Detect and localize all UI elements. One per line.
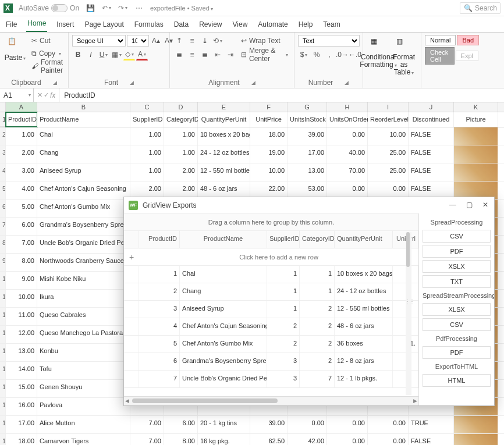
col-header-E[interactable]: E [198,102,250,112]
dialog-launcher-icon[interactable]: ◢ [130,80,134,86]
dialog-cell[interactable]: Chai [180,266,267,283]
dialog-cell[interactable]: 6 [139,353,180,370]
cell[interactable]: 24 - 12 oz bottles [198,145,250,163]
tab-view[interactable]: View [232,17,249,32]
dialog-launcher-icon[interactable]: ◢ [53,80,57,86]
cell[interactable]: 13.00 [6,344,37,361]
bold-button[interactable]: B [72,49,84,60]
paste-button[interactable]: 📋 Paste [3,35,27,64]
cell[interactable]: 10.00 [250,163,288,181]
dialog-row[interactable]: 3Aniseed Syrup1212 - 550 ml bottles [124,301,418,318]
tab-automate[interactable]: Automate [257,17,289,32]
confirm-formula-icon[interactable]: ✓ [44,91,49,99]
dialog-row[interactable]: 2Chang1124 - 12 oz bottles [124,283,418,301]
cell[interactable]: 0.00 [327,416,368,433]
autosave-toggle[interactable]: AutoSave On [19,4,79,12]
picture-cell[interactable] [454,416,498,433]
cell[interactable]: 1.00 [6,127,37,145]
cell[interactable]: Aniseed Syrup [37,163,130,181]
export-option-pdf[interactable]: PDF [423,245,491,258]
dialog-column-headers[interactable]: ProductIDProductNameSupplierIDCategoryID… [124,231,418,248]
cell[interactable]: 1.00 [164,145,198,163]
cell[interactable]: FALSE [409,145,454,163]
cell[interactable]: 16.00 [6,398,37,415]
redo-icon[interactable]: ↷ [118,3,128,13]
fx-icon[interactable]: fx [50,91,55,99]
dialog-cell[interactable] [124,318,139,335]
qat-customize-icon[interactable]: ⋯ [134,3,144,13]
cell[interactable]: 6.00 [6,218,37,235]
fill-color-button[interactable]: ◇ [123,49,135,60]
table-row[interactable]: 1918.00Carnarvon Tigers7.008.0016 kg pkg… [0,434,504,445]
tab-data[interactable]: Data [173,17,190,32]
cell[interactable]: 4.00 [6,181,37,199]
row-header[interactable]: 11 [0,290,6,307]
cell[interactable]: 39.00 [288,127,327,145]
cell[interactable]: 1.00 [130,127,164,145]
cell[interactable]: 20 - 1 kg tins [198,416,250,433]
dialog-row[interactable]: 6Grandma's Boysenberry Spread3212 - 8 oz… [124,353,418,371]
row-header[interactable]: 7 [0,218,6,235]
row-header[interactable]: 17 [0,398,6,415]
font-name-select[interactable]: Segoe UI [72,35,126,47]
dialog-cell[interactable]: Chang [180,283,267,300]
dialog-cell[interactable] [124,283,139,300]
cell[interactable]: 19.00 [250,145,288,163]
cell[interactable]: 12.00 [6,326,37,343]
group-drop-area[interactable]: Drag a column here to group by this colu… [124,213,418,231]
cell[interactable]: 62.50 [250,434,288,445]
cell[interactable]: 42.00 [288,434,327,445]
export-option-xlsx[interactable]: XLSX [423,303,491,316]
align-center-icon[interactable]: ≡ [186,49,198,60]
cell[interactable]: 39.00 [250,416,288,433]
style-check-cell[interactable]: Check Cell [425,47,455,65]
font-color-button[interactable]: A [136,49,148,60]
row-header[interactable]: 5 [0,181,6,199]
cell[interactable]: 10 boxes x 20 bags [198,127,250,145]
dialog-launcher-icon[interactable]: ◢ [251,80,255,86]
indent-decrease-icon[interactable]: ⇤ [212,49,223,60]
dialog-cell[interactable]: Aniseed Syrup [180,301,267,318]
dialog-cell[interactable]: 7 [300,371,335,387]
dialog-cell[interactable]: 1 [300,283,335,300]
field-header[interactable]: CategoryID [164,112,198,127]
cell[interactable]: Chang [37,145,130,163]
table-row[interactable]: 1817.00Alice Mutton7.006.0020 - 1 kg tin… [0,416,504,434]
cell[interactable]: 0.00 [368,434,409,445]
dialog-h-scrollbar[interactable]: ◀ ▶ [124,396,418,405]
cell[interactable]: Chef Anton's Gumbo Mix [37,200,130,217]
dialog-cell[interactable]: 3 [139,301,180,318]
scroll-left-icon[interactable]: ◀ [125,398,129,404]
cell[interactable]: 11.00 [6,308,37,325]
cell[interactable]: 40.00 [327,145,368,163]
dialog-cell[interactable]: 1 [267,301,300,318]
row-header[interactable]: 12 [0,308,6,325]
cell[interactable]: 6.00 [164,416,198,433]
scroll-thumb[interactable] [406,232,410,267]
cell[interactable]: 10.00 [368,127,409,145]
field-header[interactable]: QuantityPerUnit [198,112,250,127]
style-bad[interactable]: Bad [457,35,479,45]
dialog-cell[interactable] [124,336,139,353]
cell[interactable]: Ikura [37,290,130,307]
col-header-D[interactable]: D [164,102,198,112]
increase-font-icon[interactable]: A▴ [150,35,162,47]
row-header[interactable]: 16 [0,380,6,397]
name-box[interactable]: A1▾ [0,88,34,102]
accounting-format-icon[interactable]: $ [298,49,310,60]
dialog-cell[interactable]: Uncle Bob's Organic Dried Pears [180,371,267,387]
cell[interactable]: 8.00 [6,254,37,271]
align-bottom-icon[interactable]: ⤓ [199,35,211,47]
cell[interactable]: 17.00 [6,416,37,433]
row-header[interactable]: 18 [0,416,6,433]
dialog-cell[interactable]: 1 [139,266,180,283]
row-header[interactable]: 10 [0,272,6,289]
cell[interactable]: 70.00 [327,163,368,181]
dialog-cell[interactable]: 2 [267,336,300,353]
dialog-row[interactable]: 5Chef Anton's Gumbo Mix2236 boxes21. [124,336,418,353]
dialog-row[interactable]: 1Chai1110 boxes x 20 bags [124,266,418,283]
table-row[interactable]: 32.00Chang1.001.0024 - 12 oz bottles19.0… [0,145,504,163]
number-format-select[interactable]: Text [298,35,360,47]
dialog-cell[interactable]: 1 [267,266,300,283]
dialog-cell[interactable]: 2 [139,283,180,300]
